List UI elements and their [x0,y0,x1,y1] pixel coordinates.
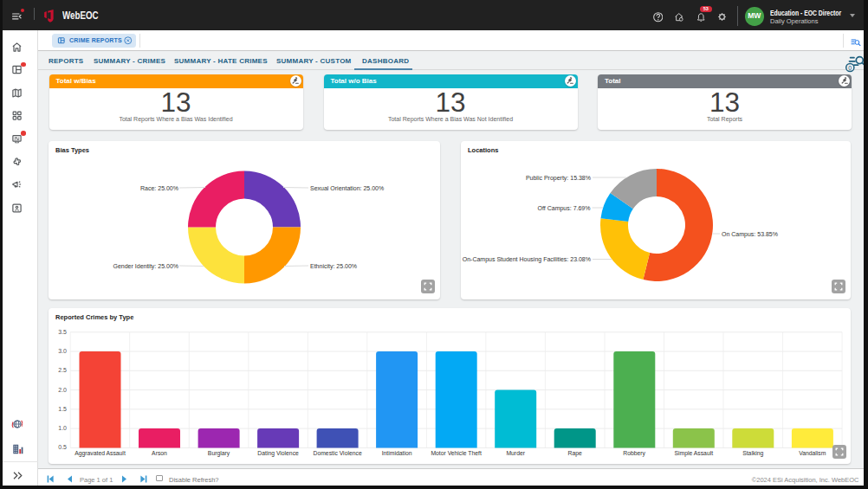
svg-text:0: 0 [848,65,852,71]
